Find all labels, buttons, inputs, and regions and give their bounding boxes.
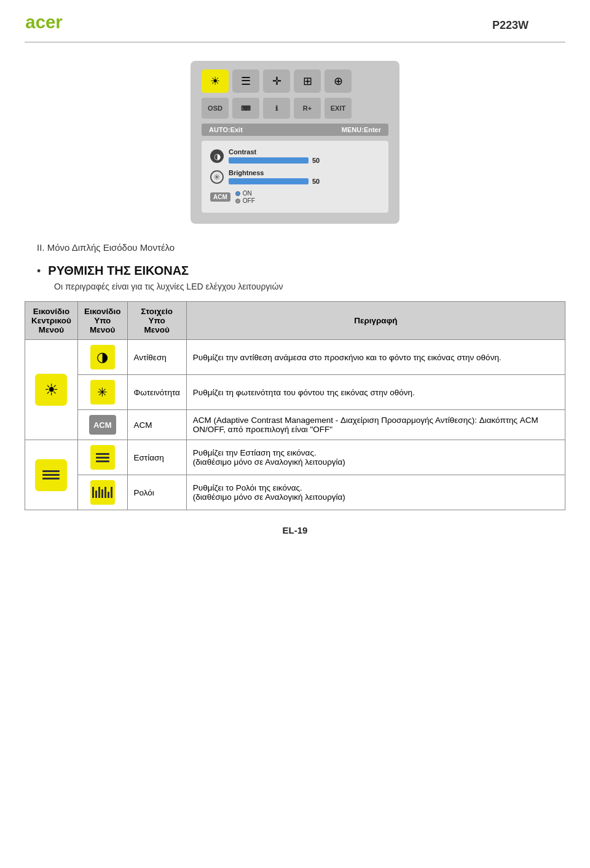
table-row: ☀ ◑ Αντίθεση Ρυθμίζει την αντίθεση ανάμε… [25, 340, 565, 375]
col-header-main-icon: ΕικονίδιοΚεντρικούΜενού [25, 302, 78, 340]
section-heading-text: ΡΥΘΜΙΣΗ ΤΗΣ ΕΙΚΟΝΑΣ [48, 264, 189, 278]
contrast-value: 50 [312, 157, 320, 164]
table-row: ✳ Φωτεινότητα Ρυθμίζει τη φωτεινότητα το… [25, 375, 565, 410]
page-number: EL-19 [283, 525, 308, 535]
acm-off-label: OFF [243, 197, 255, 204]
desc-cell-brightness: Ρυθμίζει τη φωτεινότητα του φόντου της ε… [186, 375, 565, 410]
contrast-bar-row: 50 [229, 157, 380, 164]
item-cell-focus: Εστίαση [127, 440, 186, 475]
desc-cell-clock: Ρυθμίζει το Ρολόι της εικόνας.(διαθέσιμο… [186, 475, 565, 510]
contrast-slider-content: Contrast 50 [229, 148, 380, 164]
brightness-icon: ✳ [210, 170, 224, 184]
table-row: ACM ACM ACM (Adaptive Contrast Managemen… [25, 410, 565, 440]
sub-icon-cell-contrast: ◑ [77, 340, 127, 375]
brightness-row: ✳ Brightness 50 [210, 169, 380, 185]
acm-on-label: ON [243, 190, 252, 197]
item-cell-brightness: Φωτεινότητα [127, 375, 186, 410]
clock-sub-icon [90, 480, 115, 505]
section-title-area: ΙΙ. Μόνο Διπλής Εισόδου Μοντέλο • ΡΥΘΜΙΣ… [0, 236, 590, 291]
item-cell-acm: ACM [127, 410, 186, 440]
info-btn: ℹ [263, 98, 290, 119]
desc-cell-contrast: Ρυθμίζει την αντίθεση ανάμεσα στο προσκή… [186, 340, 565, 375]
acm-off-option: OFF [235, 197, 255, 204]
sub-icon-cell-acm: ACM [77, 410, 127, 440]
monitor-nav-bar: AUTO:Exit MENU:Enter [202, 124, 388, 136]
svg-text:acer: acer [25, 12, 62, 32]
focus-sub-icon [90, 445, 115, 470]
menu-icon-btn: ☰ [232, 69, 259, 93]
brightness-bar [229, 178, 309, 184]
nav-left-text: AUTO:Exit [209, 126, 243, 133]
monitor-second-row: OSD ⌨ ℹ R+ EXIT [202, 98, 388, 119]
col-header-sub-icon: ΕικονίδιοΥποΜενού [77, 302, 127, 340]
main-table: ΕικονίδιοΚεντρικούΜενού ΕικονίδιοΥποΜενο… [25, 301, 565, 510]
model-title: P223W [74, 13, 565, 32]
acer-logo-icon: acer [25, 10, 74, 34]
globe-icon-btn: ⊕ [324, 69, 352, 93]
col-header-item: ΣτοιχείοΥποΜενού [127, 302, 186, 340]
page-header: acer P223W [0, 0, 590, 34]
monitor-top-row: ☀ ☰ ✛ ⊞ ⊕ [202, 69, 388, 93]
acm-on-dot [235, 191, 240, 196]
lines-icon [42, 470, 60, 479]
page-footer: EL-19 [0, 510, 590, 545]
table-row: Ρολόι Ρυθμίζει το Ρολόι της εικόνας.(δια… [25, 475, 565, 510]
grid-icon-btn: ⊞ [294, 69, 321, 93]
acm-options: ON OFF [235, 190, 255, 204]
main-icon-cell-brightness: ☀ [25, 340, 78, 440]
r-plus-btn: R+ [294, 98, 321, 119]
item-cell-contrast: Αντίθεση [127, 340, 186, 375]
barcode-icon [92, 487, 112, 498]
table-row: Εστίαση Ρυθμίζει την Εστίαση της εικόνας… [25, 440, 565, 475]
brightness-bar-row: 50 [229, 178, 380, 185]
section-description: Οι περιγραφές είναι για τις λυχνίες LED … [54, 282, 553, 291]
crosshair-icon-btn: ✛ [263, 69, 290, 93]
header-divider [25, 42, 565, 42]
focus-lines-icon [96, 453, 109, 462]
contrast-label: Contrast [229, 148, 380, 156]
nav-right-text: MENU:Enter [342, 126, 381, 133]
contrast-row: ◑ Contrast 50 [210, 148, 380, 164]
sub-icon-cell-clock [77, 475, 127, 510]
sub-icon-cell-focus [77, 440, 127, 475]
section-heading: • ΡΥΘΜΙΣΗ ΤΗΣ ΕΙΚΟΝΑΣ [37, 264, 553, 278]
brightness-icon-btn: ☀ [202, 69, 229, 93]
col-header-description: Περιγραφή [186, 302, 565, 340]
focus-main-icon [35, 459, 67, 491]
contrast-icon: ◑ [210, 149, 224, 163]
input-btn: ⌨ [232, 98, 259, 119]
acm-sub-icon: ACM [89, 415, 116, 435]
main-icon-cell-focus [25, 440, 78, 510]
desc-cell-acm: ACM (Adaptive Contrast Management - Διαχ… [186, 410, 565, 440]
acm-badge: ACM [210, 192, 230, 202]
brightness-value: 50 [312, 178, 320, 185]
brightness-slider-content: Brightness 50 [229, 169, 380, 185]
monitor-ui-section: ☀ ☰ ✛ ⊞ ⊕ OSD ⌨ ℹ R+ EXIT AUTO:Exit MENU… [0, 61, 590, 224]
desc-cell-focus: Ρυθμίζει την Εστίαση της εικόνας.(διαθέσ… [186, 440, 565, 475]
section-subtitle: ΙΙ. Μόνο Διπλής Εισόδου Μοντέλο [37, 242, 553, 253]
acm-row: ACM ON OFF [210, 190, 380, 204]
monitor-content-box: ◑ Contrast 50 ✳ Brightness 50 [202, 141, 388, 213]
monitor-ui-box: ☀ ☰ ✛ ⊞ ⊕ OSD ⌨ ℹ R+ EXIT AUTO:Exit MENU… [191, 61, 399, 224]
bullet-icon: • [37, 265, 41, 278]
exit-btn: EXIT [324, 98, 352, 119]
osd-btn: OSD [202, 98, 229, 119]
item-cell-clock: Ρολόι [127, 475, 186, 510]
acm-on-option: ON [235, 190, 255, 197]
sub-icon-cell-brightness: ✳ [77, 375, 127, 410]
contrast-sub-icon: ◑ [90, 345, 115, 369]
acm-off-dot [235, 199, 240, 203]
contrast-bar [229, 157, 309, 164]
brightness-main-icon: ☀ [35, 374, 67, 406]
brightness-label: Brightness [229, 169, 380, 176]
brightness-sub-icon: ✳ [90, 380, 115, 404]
